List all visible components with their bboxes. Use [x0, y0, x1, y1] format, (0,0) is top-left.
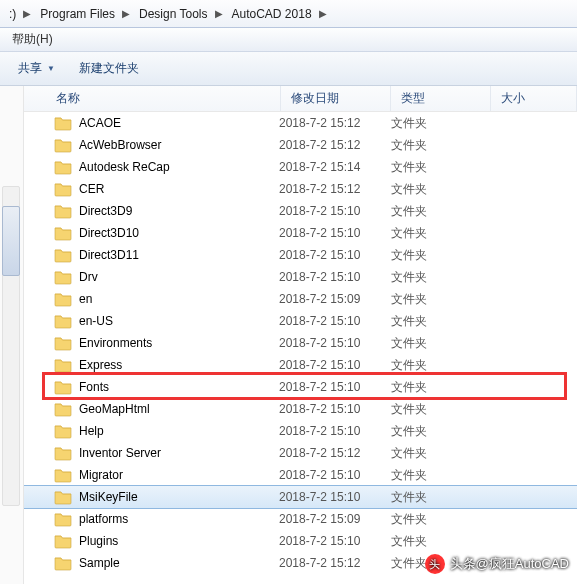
file-type: 文件夹 — [391, 423, 491, 440]
folder-icon — [54, 357, 72, 373]
file-name: Drv — [79, 270, 279, 284]
file-date: 2018-7-2 15:09 — [279, 292, 391, 306]
file-name: Migrator — [79, 468, 279, 482]
file-type: 文件夹 — [391, 533, 491, 550]
file-date: 2018-7-2 15:12 — [279, 138, 391, 152]
table-row[interactable]: Environments2018-7-2 15:10文件夹 — [24, 332, 577, 354]
file-name: AcWebBrowser — [79, 138, 279, 152]
share-button[interactable]: 共享 ▼ — [6, 57, 67, 81]
file-date: 2018-7-2 15:12 — [279, 446, 391, 460]
chevron-right-icon: ▶ — [120, 8, 132, 19]
table-row[interactable]: Migrator2018-7-2 15:10文件夹 — [24, 464, 577, 486]
file-date: 2018-7-2 15:10 — [279, 534, 391, 548]
file-name: Sample — [79, 556, 279, 570]
table-row[interactable]: ACAOE2018-7-2 15:12文件夹 — [24, 112, 577, 134]
file-date: 2018-7-2 15:10 — [279, 204, 391, 218]
folder-icon — [54, 445, 72, 461]
breadcrumb-item[interactable]: Program Files — [33, 0, 120, 27]
file-date: 2018-7-2 15:09 — [279, 512, 391, 526]
table-row[interactable]: CER2018-7-2 15:12文件夹 — [24, 178, 577, 200]
table-row[interactable]: Direct3D102018-7-2 15:10文件夹 — [24, 222, 577, 244]
table-row[interactable]: AcWebBrowser2018-7-2 15:12文件夹 — [24, 134, 577, 156]
new-folder-label: 新建文件夹 — [79, 60, 139, 77]
file-type: 文件夹 — [391, 401, 491, 418]
table-row[interactable]: Direct3D112018-7-2 15:10文件夹 — [24, 244, 577, 266]
table-row[interactable]: Plugins2018-7-2 15:10文件夹 — [24, 530, 577, 552]
chevron-down-icon: ▼ — [47, 64, 55, 73]
table-row[interactable]: Help2018-7-2 15:10文件夹 — [24, 420, 577, 442]
table-row[interactable]: Inventor Server2018-7-2 15:12文件夹 — [24, 442, 577, 464]
file-name: Help — [79, 424, 279, 438]
file-date: 2018-7-2 15:10 — [279, 468, 391, 482]
menu-bar: 帮助(H) — [0, 28, 577, 52]
file-date: 2018-7-2 15:10 — [279, 358, 391, 372]
file-name: ACAOE — [79, 116, 279, 130]
file-date: 2018-7-2 15:12 — [279, 182, 391, 196]
file-name: en — [79, 292, 279, 306]
column-headers: 名称 修改日期 类型 大小 — [24, 86, 577, 112]
table-row[interactable]: Express2018-7-2 15:10文件夹 — [24, 354, 577, 376]
rows-container: ACAOE2018-7-2 15:12文件夹AcWebBrowser2018-7… — [24, 112, 577, 574]
tree-gutter — [0, 86, 24, 584]
scrollbar-thumb[interactable] — [2, 206, 20, 276]
file-name: Environments — [79, 336, 279, 350]
file-name: Direct3D9 — [79, 204, 279, 218]
file-name: GeoMapHtml — [79, 402, 279, 416]
file-type: 文件夹 — [391, 269, 491, 286]
file-type: 文件夹 — [391, 137, 491, 154]
file-type: 文件夹 — [391, 115, 491, 132]
file-type: 文件夹 — [391, 445, 491, 462]
file-name: Fonts — [79, 380, 279, 394]
column-size[interactable]: 大小 — [491, 86, 577, 111]
file-date: 2018-7-2 15:10 — [279, 424, 391, 438]
file-name: Autodesk ReCap — [79, 160, 279, 174]
folder-icon — [54, 137, 72, 153]
table-row[interactable]: Fonts2018-7-2 15:10文件夹 — [24, 376, 577, 398]
file-date: 2018-7-2 15:12 — [279, 116, 391, 130]
watermark: 头 头条@疯狂AutoCAD — [425, 554, 569, 574]
file-name: en-US — [79, 314, 279, 328]
table-row[interactable]: Direct3D92018-7-2 15:10文件夹 — [24, 200, 577, 222]
file-date: 2018-7-2 15:12 — [279, 556, 391, 570]
address-bar[interactable]: :) ▶ Program Files ▶ Design Tools ▶ Auto… — [0, 0, 577, 28]
file-list: 名称 修改日期 类型 大小 ACAOE2018-7-2 15:12文件夹AcWe… — [24, 86, 577, 584]
file-name: Direct3D11 — [79, 248, 279, 262]
watermark-icon: 头 — [425, 554, 445, 574]
table-row[interactable]: en-US2018-7-2 15:10文件夹 — [24, 310, 577, 332]
file-type: 文件夹 — [391, 379, 491, 396]
file-date: 2018-7-2 15:10 — [279, 490, 391, 504]
folder-icon — [54, 181, 72, 197]
file-type: 文件夹 — [391, 291, 491, 308]
folder-icon — [54, 269, 72, 285]
folder-icon — [54, 423, 72, 439]
column-name[interactable]: 名称 — [24, 86, 281, 111]
file-type: 文件夹 — [391, 511, 491, 528]
file-type: 文件夹 — [391, 489, 491, 506]
breadcrumb-item[interactable]: AutoCAD 2018 — [225, 0, 317, 27]
table-row[interactable]: Autodesk ReCap2018-7-2 15:14文件夹 — [24, 156, 577, 178]
chevron-right-icon: ▶ — [213, 8, 225, 19]
column-date[interactable]: 修改日期 — [281, 86, 391, 111]
file-list-area: 名称 修改日期 类型 大小 ACAOE2018-7-2 15:12文件夹AcWe… — [0, 86, 577, 584]
folder-icon — [54, 533, 72, 549]
table-row[interactable]: MsiKeyFile2018-7-2 15:10文件夹 — [24, 486, 577, 508]
table-row[interactable]: platforms2018-7-2 15:09文件夹 — [24, 508, 577, 530]
file-type: 文件夹 — [391, 247, 491, 264]
file-date: 2018-7-2 15:10 — [279, 270, 391, 284]
table-row[interactable]: Drv2018-7-2 15:10文件夹 — [24, 266, 577, 288]
chevron-right-icon: ▶ — [21, 8, 33, 19]
breadcrumb-item[interactable]: Design Tools — [132, 0, 212, 27]
file-type: 文件夹 — [391, 181, 491, 198]
folder-icon — [54, 225, 72, 241]
breadcrumb-root[interactable]: :) — [2, 0, 21, 27]
column-type[interactable]: 类型 — [391, 86, 491, 111]
file-date: 2018-7-2 15:10 — [279, 226, 391, 240]
file-name: Express — [79, 358, 279, 372]
folder-icon — [54, 489, 72, 505]
menu-help[interactable]: 帮助(H) — [12, 31, 53, 48]
table-row[interactable]: GeoMapHtml2018-7-2 15:10文件夹 — [24, 398, 577, 420]
file-type: 文件夹 — [391, 203, 491, 220]
file-date: 2018-7-2 15:10 — [279, 248, 391, 262]
table-row[interactable]: en2018-7-2 15:09文件夹 — [24, 288, 577, 310]
new-folder-button[interactable]: 新建文件夹 — [67, 57, 151, 81]
